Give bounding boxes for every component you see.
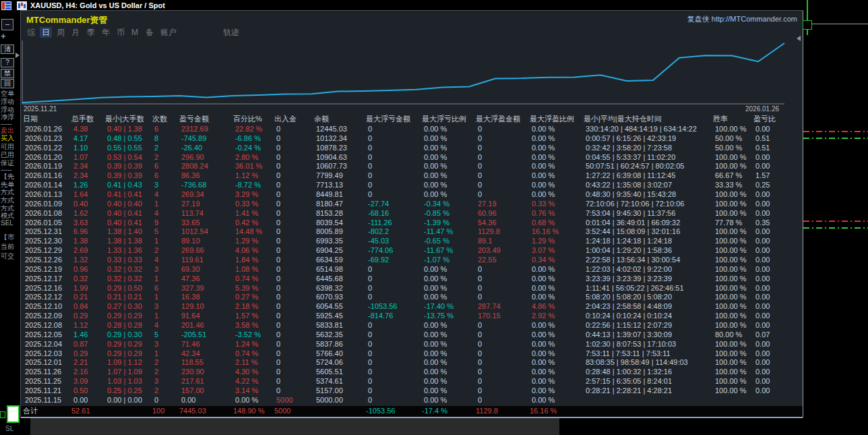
table-row[interactable]: 2025.11.253.091.03 | 1.033217.614.22 %05… <box>25 377 805 386</box>
table-row[interactable]: 2025.12.261.320.33 | 0.334119.611.84 %06… <box>25 256 805 265</box>
cell: 0:04:55 | 5:33:37 | 11:02:20 <box>586 153 715 163</box>
column-header[interactable]: 总手数 <box>71 114 105 124</box>
table-row[interactable]: 2025.12.040.870.29 | 0.29371.461.24 %058… <box>25 340 805 349</box>
tab-综[interactable]: 综 <box>25 27 37 38</box>
cell: 217.61 <box>181 377 235 386</box>
table-row[interactable]: 2025.12.051.460.29 | 0.305-205.51-3.52 %… <box>25 330 805 340</box>
cell: 0 <box>276 134 316 144</box>
column-header[interactable]: 盈亏金额 <box>179 114 233 124</box>
table-row[interactable]: 2025.12.100.840.27 | 0.303129.102.18 %06… <box>25 302 805 312</box>
tab-币[interactable]: 币 <box>115 27 127 38</box>
cell: -1053.56 <box>368 302 424 312</box>
cell: 2025.12.30 <box>25 237 73 246</box>
cell: 2025.11.21 <box>25 386 73 396</box>
table-row[interactable]: 2026.01.141.260.41 | 0.433-736.68-8.72 %… <box>25 181 805 190</box>
cell: 1.38 | 1.40 <box>107 227 154 237</box>
column-header[interactable]: 百分比% <box>233 114 274 124</box>
selection-handle[interactable] <box>803 20 812 30</box>
sidebar-button[interactable]: 回 <box>1 79 14 88</box>
column-header[interactable]: 次数 <box>152 114 179 124</box>
cell: 3 <box>154 302 181 312</box>
table-row[interactable]: 2025.12.120.210.21 | 0.21116.380.27 %060… <box>25 293 805 302</box>
column-header[interactable]: 盈亏比 <box>753 114 803 124</box>
table-row[interactable]: 2026.01.264.380.40 | 1.3862312.6922.82 %… <box>25 125 805 134</box>
cell: 2026.01.14 <box>25 181 73 190</box>
cell: 1.62 <box>73 209 107 219</box>
table-row[interactable]: 2025.11.262.161.07 | 1.092230.904.30 %05… <box>25 368 805 377</box>
cell: 0 <box>154 396 181 405</box>
table-row[interactable]: 2026.01.221.100.55 | 0.552-26.40-0.24 %0… <box>25 144 805 153</box>
panel-collapse-arrow-left[interactable] <box>16 53 20 58</box>
cell: 52.61 <box>71 407 105 416</box>
column-header[interactable]: 最大浮盈金额 <box>476 114 530 124</box>
cell: 3.63 <box>73 219 107 228</box>
table-row[interactable]: 2025.12.161.990.29 | 0.506327.395.39 %06… <box>25 284 805 293</box>
table-row[interactable]: 2025.12.012.211.09 | 1.122118.552.11 %05… <box>25 358 805 368</box>
table-row[interactable]: 2026.01.081.620.40 | 0.414113.741.41 %08… <box>25 209 805 219</box>
tab-年[interactable]: 年 <box>100 27 112 38</box>
cell: 0.00 <box>755 256 805 265</box>
vertical-line-object[interactable] <box>807 0 808 35</box>
column-header[interactable]: 出入金 <box>274 114 314 124</box>
table-row[interactable]: 2025.11.210.500.25 | 0.252157.003.14 %05… <box>25 386 805 396</box>
panel-collapse-arrow-right[interactable] <box>797 36 801 41</box>
cell: 0.00 % <box>532 330 586 340</box>
table-row[interactable]: 2026.01.201.070.53 | 0.542296.902.80 %01… <box>25 153 805 163</box>
tab-账户[interactable]: 账户 <box>159 27 178 38</box>
table-row[interactable]: 2025.12.170.320.32 | 0.32147.360.74 %064… <box>25 274 805 284</box>
cell: 1.38 | 1.38 <box>107 237 154 246</box>
table-row[interactable]: 2026.01.192.340.39 | 0.3962808.2436.01 %… <box>25 162 805 171</box>
table-row[interactable]: 2025.12.081.120.28 | 0.284201.463.58 %05… <box>25 321 805 330</box>
tab-M[interactable]: M <box>129 27 140 38</box>
column-header[interactable]: 最小|平均|最大持仓时间 <box>584 114 713 124</box>
cell: 0.00 % <box>424 153 478 163</box>
column-header[interactable]: 余额 <box>314 114 366 124</box>
sidebar-button[interactable]: 禁 <box>1 69 14 78</box>
panel-link[interactable]: 复盘侠 http://MTCommander.com <box>687 14 797 24</box>
cell: 100.00 % <box>715 349 755 359</box>
stop-level-line-green-2 <box>803 227 868 229</box>
table-row[interactable]: 2025.12.090.290.29 | 0.29191.641.57 %059… <box>25 312 805 321</box>
tab-日[interactable]: 日 <box>40 27 52 38</box>
cell: 0 <box>276 256 316 265</box>
table-row[interactable]: 2026.01.234.170.48 | 0.558-745.89-6.86 %… <box>25 134 805 144</box>
sidebar-item: 当前 <box>1 242 14 252</box>
table-row[interactable]: 2025.11.150.000.00 | 0.0000.000.00 %5000… <box>25 396 805 405</box>
chart-object-anchor[interactable] <box>7 405 20 423</box>
sidebar-button[interactable]: 清 <box>1 45 14 54</box>
column-header[interactable]: 最大浮亏比例 <box>422 114 476 124</box>
column-header[interactable]: 最小|大手数 <box>105 114 152 124</box>
cell: 100.00 % <box>715 340 755 349</box>
tab-月[interactable]: 月 <box>69 27 82 38</box>
cell: 0.00 % <box>424 386 478 396</box>
table-row[interactable]: 2025.12.190.960.32 | 0.32369.301.08 %065… <box>25 265 805 274</box>
tab-备[interactable]: 备 <box>144 27 156 38</box>
tab-季[interactable]: 季 <box>85 27 97 38</box>
table-row[interactable]: 2026.01.090.400.40 | 0.40127.190.33 %081… <box>25 200 805 209</box>
column-header[interactable]: 日期 <box>23 114 71 124</box>
tab-周[interactable]: 周 <box>55 27 67 38</box>
sidebar-button[interactable]: ? <box>1 58 14 67</box>
table-row[interactable]: 2025.12.316.961.38 | 1.4051012.5414.48 %… <box>25 227 805 237</box>
cell: 0 <box>478 274 532 284</box>
cell: 2025.12.19 <box>25 265 73 274</box>
cell: 1 <box>154 274 181 284</box>
column-header[interactable]: 胜率 <box>713 114 753 124</box>
cell: 0.29 <box>73 349 107 359</box>
table-row[interactable]: 2025.12.301.381.38 | 1.38189.101.29 %069… <box>25 237 805 246</box>
table-row[interactable]: 2025.12.292.691.33 | 1.362269.664.06 %06… <box>25 246 805 256</box>
cell: 119.61 <box>181 256 235 265</box>
table-row[interactable]: 2026.01.162.340.39 | 0.39686.361.12 %077… <box>25 171 805 181</box>
cell: 0.27 | 0.30 <box>107 302 154 312</box>
tab-轨迹[interactable]: 轨迹 <box>222 27 241 38</box>
minimize-button[interactable]: – <box>1 19 13 30</box>
table-row[interactable]: 2026.01.131.640.41 | 0.414269.343.29 %08… <box>25 190 805 200</box>
cell: 230.90 <box>181 368 235 377</box>
column-header[interactable]: 最大浮盈比例 <box>530 114 584 124</box>
column-header[interactable]: 最大浮亏金额 <box>366 114 422 124</box>
table-row[interactable]: 2025.12.030.290.29 | 0.29142.340.74 %057… <box>25 349 805 359</box>
cell: 22.55 <box>478 256 532 265</box>
chart-object-anchor-small[interactable] <box>0 411 5 418</box>
table-body: 2026.01.264.380.40 | 1.3862312.6922.82 %… <box>23 125 803 406</box>
table-row[interactable]: 2026.01.053.630.40 | 0.41933.650.42 %080… <box>25 219 805 228</box>
